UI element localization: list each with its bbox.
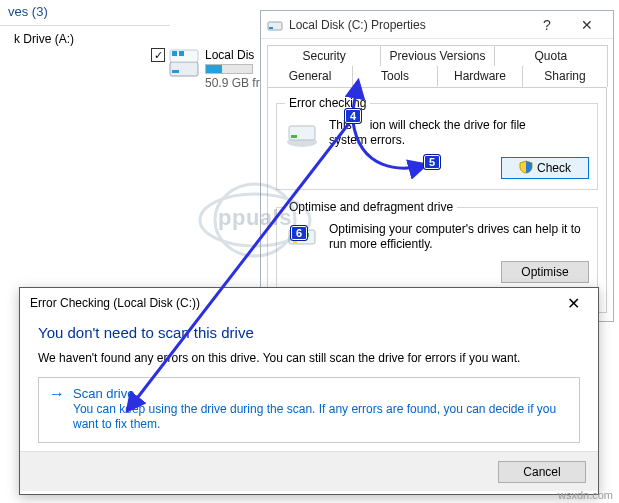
svg-rect-0: [170, 62, 198, 76]
scan-drive-desc: You can keep using the drive during the …: [73, 402, 569, 432]
svg-rect-6: [269, 27, 273, 29]
error-dialog-titlebar[interactable]: Error Checking (Local Disk (C:)) ✕: [20, 288, 598, 318]
help-button[interactable]: ?: [527, 17, 567, 33]
svg-rect-9: [291, 135, 297, 138]
appuals-watermark: ppuals: [218, 205, 292, 231]
drive-icon: [267, 17, 289, 33]
drives-group-label: ves (3): [8, 4, 48, 19]
error-dialog-title: Error Checking (Local Disk (C:)): [30, 296, 200, 310]
site-watermark: wsxdn.com: [558, 489, 613, 501]
annotation-badge-6: 6: [290, 225, 308, 241]
optimise-group: Optimise and defragment drive Optimising…: [276, 200, 598, 294]
close-button[interactable]: ✕: [567, 17, 607, 33]
error-checking-dialog: Error Checking (Local Disk (C:)) ✕ You d…: [19, 287, 599, 495]
annotation-badge-4: 4: [344, 108, 362, 124]
tab-row-top: Security Previous Versions Quota: [267, 45, 607, 66]
properties-titlebar[interactable]: Local Disk (C:) Properties ? ✕: [261, 11, 613, 39]
tab-sharing[interactable]: Sharing: [522, 66, 608, 87]
optimise-button-label: Optimise: [521, 265, 568, 279]
scan-drive-title: Scan drive: [73, 386, 134, 402]
drives-group-header: ves (3): [0, 0, 170, 23]
cancel-button[interactable]: Cancel: [498, 461, 586, 483]
tab-hardware[interactable]: Hardware: [437, 66, 523, 87]
cancel-button-label: Cancel: [523, 465, 560, 479]
close-icon[interactable]: ✕: [558, 294, 588, 313]
error-checking-text: Thisxxxion will check the drive for file…: [329, 118, 589, 148]
check-button-label: Check: [537, 161, 571, 175]
tab-body-tools: Error checking Thisxxxion will check the…: [267, 87, 607, 313]
tab-row-bottom: General Tools Hardware Sharing: [267, 66, 607, 87]
tab-quota[interactable]: Quota: [494, 45, 608, 66]
drive-check-icon: [285, 120, 319, 151]
svg-rect-1: [172, 70, 179, 73]
drive-a-item[interactable]: k Drive (A:): [0, 30, 170, 50]
divider: [0, 25, 170, 26]
tabs-container: Security Previous Versions Quota General…: [261, 39, 613, 87]
error-checking-group: Error checking Thisxxxion will check the…: [276, 96, 598, 190]
optimise-button[interactable]: Optimise: [501, 261, 589, 283]
check-button[interactable]: Check: [501, 157, 589, 179]
shield-icon: [519, 160, 537, 177]
optimise-text: Optimising your computer's drives can he…: [329, 222, 589, 252]
tab-tools[interactable]: Tools: [352, 66, 438, 87]
error-dialog-heading: You don't need to scan this drive: [38, 324, 580, 341]
tab-general[interactable]: General: [267, 66, 353, 87]
error-dialog-footer: Cancel: [20, 451, 598, 491]
arrow-right-icon: →: [49, 386, 65, 402]
drive-free-text: 50.9 GB fr: [205, 76, 260, 90]
svg-rect-4: [179, 51, 184, 56]
tab-previous-versions[interactable]: Previous Versions: [380, 45, 494, 66]
drive-c-text: Local Dis 50.9 GB fr: [205, 48, 260, 90]
drive-name: Local Dis: [205, 48, 260, 62]
hard-disk-icon: [169, 48, 199, 80]
tab-security[interactable]: Security: [267, 45, 381, 66]
annotation-badge-5: 5: [423, 154, 441, 170]
scan-drive-option[interactable]: → Scan drive You can keep using the driv…: [38, 377, 580, 443]
svg-rect-3: [172, 51, 177, 56]
explorer-drives-group: ves (3) k Drive (A:): [0, 0, 170, 170]
error-dialog-subtext: We haven't found any errors on this driv…: [38, 351, 580, 365]
drive-checkbox[interactable]: ✓: [151, 48, 165, 62]
drive-usage-bar: [205, 64, 253, 74]
properties-title: Local Disk (C:) Properties: [289, 18, 426, 32]
